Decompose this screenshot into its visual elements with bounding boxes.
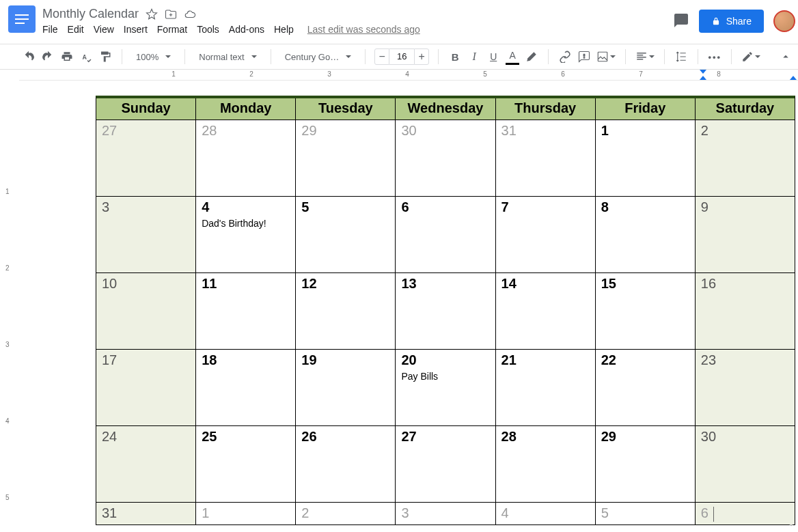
- highlight-color-button[interactable]: [523, 48, 540, 66]
- weekday-header: Monday: [196, 98, 296, 120]
- menu-help[interactable]: Help: [274, 24, 294, 35]
- menu-tools[interactable]: Tools: [197, 24, 219, 35]
- calendar-cell[interactable]: 5: [596, 503, 696, 524]
- calendar-cell[interactable]: 9: [696, 197, 795, 273]
- calendar-cell[interactable]: 2: [296, 503, 396, 524]
- calendar-cell[interactable]: 3: [396, 503, 495, 524]
- insert-link-button[interactable]: [557, 48, 573, 66]
- ruler-v-5: 5: [5, 494, 10, 501]
- menu-insert[interactable]: Insert: [124, 24, 148, 35]
- calendar-cell[interactable]: 18: [196, 350, 296, 426]
- undo-button[interactable]: [20, 48, 37, 66]
- day-number: 3: [102, 199, 190, 215]
- menu-file[interactable]: File: [42, 24, 58, 35]
- more-toolbar-button[interactable]: •••: [706, 48, 723, 66]
- paragraph-style-select[interactable]: Normal text: [193, 52, 262, 62]
- star-icon[interactable]: [146, 8, 158, 20]
- italic-button[interactable]: I: [466, 48, 482, 66]
- last-edit-status[interactable]: Last edit was seconds ago: [307, 24, 420, 35]
- calendar-cell[interactable]: 12: [296, 273, 396, 350]
- toolbar-collapse-button[interactable]: [778, 48, 794, 66]
- insert-comment-button[interactable]: [576, 48, 592, 66]
- calendar-cell[interactable]: 27: [396, 426, 495, 503]
- comments-icon[interactable]: [673, 12, 689, 31]
- calendar-cell[interactable]: 25: [196, 426, 296, 503]
- text-color-button[interactable]: A: [504, 48, 521, 66]
- calendar-cell[interactable]: 4: [496, 503, 596, 524]
- ruler-h-3: 3: [327, 70, 331, 78]
- day-number: 3: [401, 505, 489, 521]
- calendar-cell[interactable]: 10: [96, 273, 196, 350]
- calendar-cell[interactable]: 21: [496, 350, 596, 426]
- calendar-cell[interactable]: 26: [296, 426, 396, 503]
- doc-title[interactable]: Monthly Calendar: [42, 7, 139, 21]
- day-number: 26: [301, 429, 389, 445]
- insert-image-button[interactable]: [595, 48, 617, 66]
- chevron-down-icon[interactable]: [786, 520, 797, 531]
- calendar-cell[interactable]: 29: [296, 120, 396, 197]
- calendar-cell[interactable]: 24: [96, 426, 196, 503]
- calendar-event[interactable]: Pay Bills: [401, 371, 489, 382]
- calendar-cell[interactable]: 15: [596, 273, 696, 350]
- docs-logo[interactable]: [8, 5, 36, 33]
- calendar-cell[interactable]: 20Pay Bills: [396, 350, 495, 426]
- calendar-cell[interactable]: 30: [696, 426, 795, 503]
- menu-addons[interactable]: Add-ons: [229, 24, 264, 35]
- calendar-cell[interactable]: 29: [596, 426, 696, 503]
- calendar-cell[interactable]: 5: [296, 197, 396, 273]
- font-size-value[interactable]: 16: [389, 48, 414, 65]
- menu-format[interactable]: Format: [157, 24, 187, 35]
- calendar-cell[interactable]: 3: [96, 197, 196, 273]
- bold-button[interactable]: B: [447, 48, 463, 66]
- move-icon[interactable]: [165, 8, 177, 20]
- calendar-cell[interactable]: 2: [696, 120, 795, 197]
- calendar-cell[interactable]: 16: [696, 273, 795, 350]
- menu-view[interactable]: View: [94, 24, 114, 35]
- share-button[interactable]: Share: [699, 10, 764, 33]
- redo-button[interactable]: [40, 48, 56, 66]
- zoom-select[interactable]: 100%: [130, 52, 176, 62]
- line-spacing-button[interactable]: [673, 48, 689, 66]
- calendar-cell[interactable]: 4Dad's Birthday!: [196, 197, 296, 273]
- avatar[interactable]: [773, 10, 795, 32]
- calendar-cell[interactable]: 14: [496, 273, 596, 350]
- print-button[interactable]: [59, 48, 75, 66]
- calendar-cell[interactable]: 13: [396, 273, 495, 350]
- calendar-cell[interactable]: 23: [696, 350, 795, 426]
- calendar-cell[interactable]: 31: [496, 120, 596, 197]
- menu-edit[interactable]: Edit: [68, 24, 84, 35]
- day-number: 5: [601, 505, 689, 521]
- font-family-select[interactable]: Century Go…: [279, 52, 357, 62]
- calendar-cell[interactable]: 11: [196, 273, 296, 350]
- editing-mode-button[interactable]: [740, 48, 762, 66]
- calendar-cell[interactable]: 17: [96, 350, 196, 426]
- vertical-ruler[interactable]: 12345: [0, 82, 19, 532]
- calendar-cell[interactable]: 30: [396, 120, 495, 197]
- day-number: 28: [501, 429, 590, 445]
- paint-format-button[interactable]: [97, 48, 113, 66]
- align-button[interactable]: [634, 48, 656, 66]
- calendar-cell[interactable]: 31: [96, 503, 196, 524]
- underline-button[interactable]: U: [485, 48, 501, 66]
- calendar-cell[interactable]: 22: [596, 350, 696, 426]
- calendar-cell[interactable]: 8: [596, 197, 696, 273]
- calendar-cell[interactable]: 7: [496, 197, 596, 273]
- calendar-event[interactable]: Dad's Birthday!: [202, 218, 290, 229]
- day-number: 30: [701, 429, 789, 445]
- horizontal-ruler[interactable]: 12345678: [19, 70, 798, 81]
- document-surface[interactable]: SundayMondayTuesdayWednesdayThursdayFrid…: [19, 82, 798, 532]
- calendar-cell[interactable]: 28: [196, 120, 296, 197]
- font-size-increase[interactable]: +: [414, 48, 429, 65]
- calendar-cell[interactable]: 28: [496, 426, 596, 503]
- calendar-cell[interactable]: 1: [196, 503, 296, 524]
- calendar-cell[interactable]: 27: [96, 120, 196, 197]
- calendar-cell[interactable]: 6: [696, 503, 795, 524]
- cloud-status-icon[interactable]: [184, 8, 196, 20]
- calendar-cell[interactable]: 19: [296, 350, 396, 426]
- calendar-cell[interactable]: 6: [396, 197, 495, 273]
- day-number: 2: [301, 505, 389, 521]
- calendar-table[interactable]: SundayMondayTuesdayWednesdayThursdayFrid…: [96, 96, 795, 525]
- spellcheck-button[interactable]: [78, 48, 94, 66]
- font-size-decrease[interactable]: −: [374, 48, 389, 65]
- calendar-cell[interactable]: 1: [596, 120, 696, 197]
